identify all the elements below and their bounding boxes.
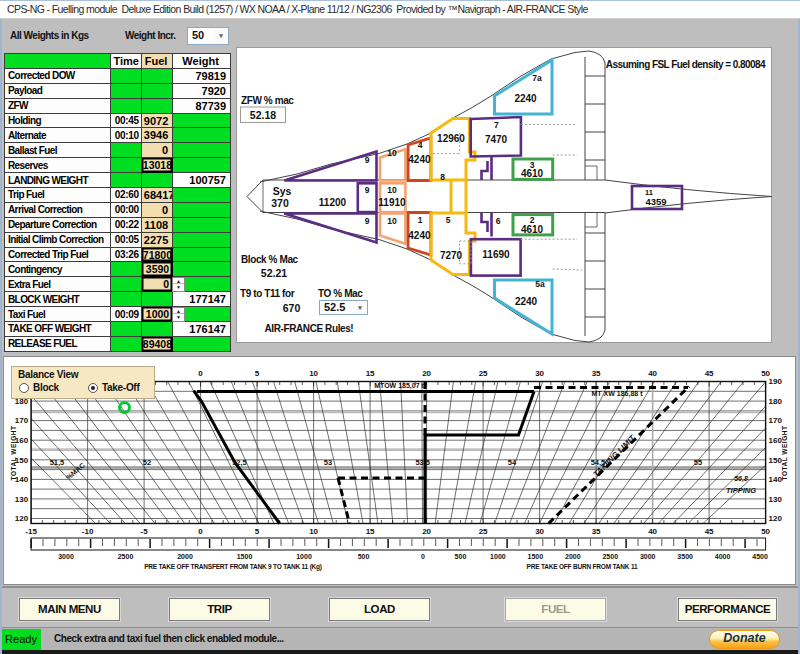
svg-text:53,5: 53,5 bbox=[415, 458, 430, 467]
svg-text:MT XW 186,88 t: MT XW 186,88 t bbox=[592, 390, 644, 398]
svg-text:190: 190 bbox=[769, 377, 783, 386]
svg-text:4240: 4240 bbox=[408, 154, 431, 165]
svg-text:PRE TAKE OFF BURN FROM TANK 11: PRE TAKE OFF BURN FROM TANK 11 bbox=[527, 563, 638, 570]
svg-text:-5: -5 bbox=[141, 527, 149, 536]
svg-text:PRE TAKE OFF TRANSFERT FROM TA: PRE TAKE OFF TRANSFERT FROM TANK 9 TO TA… bbox=[144, 563, 322, 571]
svg-text:130: 130 bbox=[769, 495, 783, 504]
svg-text:9: 9 bbox=[365, 155, 370, 165]
svg-text:52: 52 bbox=[143, 458, 151, 467]
svg-text:TO % Mac: TO % Mac bbox=[318, 288, 363, 299]
svg-text:50: 50 bbox=[761, 527, 770, 536]
svg-text:7: 7 bbox=[494, 120, 499, 130]
svg-text:1500: 1500 bbox=[528, 553, 544, 560]
svg-text:0: 0 bbox=[421, 553, 425, 560]
svg-text:5a: 5a bbox=[535, 279, 545, 289]
svg-text:1000: 1000 bbox=[490, 553, 506, 560]
svg-text:-10: -10 bbox=[82, 527, 94, 536]
svg-text:10: 10 bbox=[387, 148, 397, 158]
svg-text:50: 50 bbox=[761, 369, 770, 378]
svg-text:2240: 2240 bbox=[514, 93, 537, 104]
svg-text:10: 10 bbox=[387, 185, 397, 195]
svg-text:TOTAL WEIGHT: TOTAL WEIGHT bbox=[781, 426, 788, 481]
svg-text:52.18: 52.18 bbox=[250, 109, 276, 121]
svg-text:0: 0 bbox=[198, 369, 203, 378]
svg-text:Block % Mac: Block % Mac bbox=[241, 254, 299, 265]
svg-text:%MAC: %MAC bbox=[65, 461, 86, 481]
svg-text:2500: 2500 bbox=[118, 553, 134, 560]
svg-text:2500: 2500 bbox=[602, 553, 618, 560]
svg-text:45: 45 bbox=[705, 527, 714, 536]
svg-text:7270: 7270 bbox=[440, 250, 463, 261]
svg-text:8: 8 bbox=[440, 172, 445, 182]
svg-text:52,5: 52,5 bbox=[232, 458, 247, 467]
svg-text:6: 6 bbox=[496, 216, 501, 226]
svg-text:TOTAL WEIGHT: TOTAL WEIGHT bbox=[10, 426, 17, 481]
svg-text:7470: 7470 bbox=[485, 134, 508, 145]
svg-text:3500: 3500 bbox=[677, 553, 693, 560]
svg-text:51,5: 51,5 bbox=[50, 458, 65, 467]
svg-text:370: 370 bbox=[271, 197, 289, 209]
svg-text:TIPPING: TIPPING bbox=[726, 486, 756, 495]
svg-text:5: 5 bbox=[446, 215, 451, 225]
svg-text:11200: 11200 bbox=[319, 197, 347, 208]
svg-text:170: 170 bbox=[15, 416, 29, 425]
svg-text:Assuming FSL Fuel density = 0.: Assuming FSL Fuel density = 0.80084 bbox=[606, 59, 766, 70]
svg-text:54: 54 bbox=[508, 458, 517, 467]
svg-text:MTOW 185,07 t: MTOW 185,07 t bbox=[374, 382, 424, 390]
svg-text:40: 40 bbox=[648, 527, 657, 536]
svg-text:170: 170 bbox=[769, 416, 783, 425]
svg-text:10: 10 bbox=[309, 527, 318, 536]
svg-text:180: 180 bbox=[769, 397, 783, 406]
svg-text:12960: 12960 bbox=[437, 133, 465, 144]
svg-text:45: 45 bbox=[705, 369, 714, 378]
svg-text:4610: 4610 bbox=[521, 224, 544, 235]
svg-text:10: 10 bbox=[309, 369, 318, 378]
svg-text:500: 500 bbox=[358, 553, 370, 560]
svg-text:130: 130 bbox=[15, 495, 29, 504]
svg-text:15: 15 bbox=[366, 369, 375, 378]
svg-text:35: 35 bbox=[592, 527, 601, 536]
svg-text:35: 35 bbox=[592, 369, 601, 378]
svg-text:53: 53 bbox=[324, 458, 332, 467]
svg-text:5: 5 bbox=[255, 369, 260, 378]
svg-text:2000: 2000 bbox=[565, 553, 581, 560]
svg-text:20: 20 bbox=[422, 527, 431, 536]
svg-text:30: 30 bbox=[535, 369, 544, 378]
svg-text:4: 4 bbox=[418, 140, 423, 150]
svg-text:11910: 11910 bbox=[378, 197, 406, 208]
svg-text:4240: 4240 bbox=[408, 230, 431, 241]
svg-text:3000: 3000 bbox=[58, 553, 74, 560]
svg-text:5: 5 bbox=[255, 527, 260, 536]
svg-text:25: 25 bbox=[479, 527, 488, 536]
svg-text:20: 20 bbox=[422, 369, 431, 378]
svg-text:1500: 1500 bbox=[237, 553, 253, 560]
svg-text:Sys: Sys bbox=[273, 185, 292, 197]
svg-text:4610: 4610 bbox=[521, 168, 544, 179]
svg-text:AIR-FRANCE Rules!: AIR-FRANCE Rules! bbox=[265, 323, 354, 334]
svg-text:1: 1 bbox=[418, 215, 423, 225]
svg-text:40: 40 bbox=[648, 369, 657, 378]
svg-text:ZFW % mac: ZFW % mac bbox=[241, 95, 294, 106]
svg-text:30: 30 bbox=[535, 527, 544, 536]
svg-text:4000: 4000 bbox=[715, 553, 731, 560]
svg-text:1000: 1000 bbox=[296, 553, 312, 560]
svg-text:0: 0 bbox=[198, 527, 203, 536]
svg-text:2000: 2000 bbox=[177, 553, 193, 560]
svg-text:25: 25 bbox=[479, 369, 488, 378]
svg-text:4359: 4359 bbox=[645, 196, 666, 207]
svg-text:120: 120 bbox=[15, 514, 29, 523]
svg-text:7a: 7a bbox=[532, 73, 542, 83]
svg-text:TAXIING LIMIT: TAXIING LIMIT bbox=[592, 433, 638, 479]
svg-text:52.21: 52.21 bbox=[261, 267, 287, 279]
svg-text:55: 55 bbox=[694, 458, 702, 467]
svg-text:9: 9 bbox=[365, 185, 370, 195]
svg-text:120: 120 bbox=[769, 514, 783, 523]
svg-text:2240: 2240 bbox=[515, 296, 538, 307]
svg-text:9: 9 bbox=[365, 216, 370, 226]
svg-text:56,8: 56,8 bbox=[734, 475, 748, 483]
svg-text:11690: 11690 bbox=[482, 249, 510, 260]
svg-text:T9 to T11 for: T9 to T11 for bbox=[240, 288, 295, 299]
svg-text:500: 500 bbox=[455, 553, 467, 560]
svg-text:15: 15 bbox=[366, 527, 375, 536]
svg-text:4500: 4500 bbox=[752, 553, 768, 560]
